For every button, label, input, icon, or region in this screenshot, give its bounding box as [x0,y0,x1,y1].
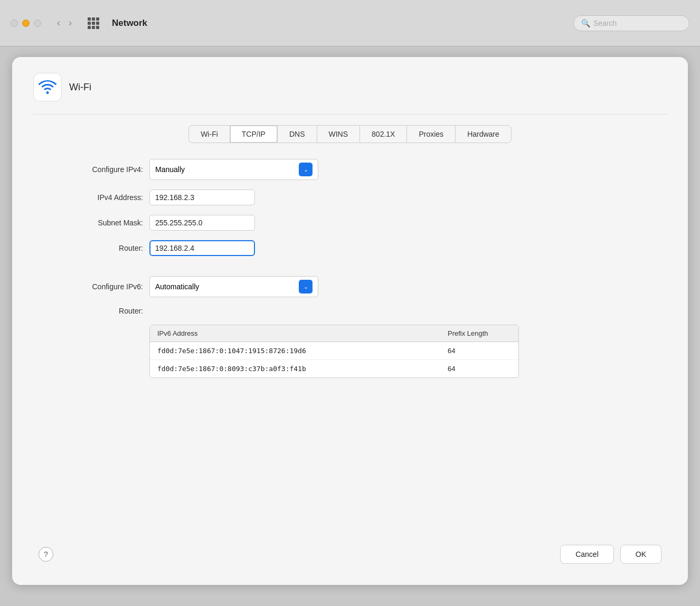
router-ipv6-label: Router: [44,307,149,315]
subnet-mask-label: Subnet Mask: [44,219,149,227]
tab-proxies[interactable]: Proxies [407,126,456,143]
configure-ipv6-control: Automatically ⌄ [149,276,318,297]
grid-icon[interactable] [88,17,99,29]
ipv4-address-control [149,190,255,205]
grid-dot [88,17,91,21]
back-button[interactable]: ‹ [54,15,63,31]
configure-ipv4-select[interactable]: Manually ⌄ [149,159,318,180]
forward-button[interactable]: › [65,15,75,31]
ipv4-address-label: IPv4 Address: [44,193,149,202]
grid-dot [96,26,99,29]
search-placeholder: Search [593,19,617,27]
configure-ipv4-value: Manually [155,165,185,174]
minimize-button[interactable] [22,20,30,27]
settings-panel: Wi-Fi Wi-Fi TCP/IP DNS WINS 802.1X Proxi… [12,57,688,585]
wifi-icon-box [33,73,62,101]
col-prefix-header: Prefix Length [448,329,511,337]
grid-dot [96,17,99,21]
cancel-button[interactable]: Cancel [560,545,614,564]
subnet-mask-row: Subnet Mask: [44,215,656,231]
tab-hardware[interactable]: Hardware [456,126,511,143]
select-arrow-ipv6-icon: ⌄ [299,280,313,293]
ipv6-table: IPv6 Address Prefix Length fd0d:7e5e:186… [149,325,519,378]
spacer [44,266,656,276]
tabs-bar: Wi-Fi TCP/IP DNS WINS 802.1X Proxies Har… [33,125,667,143]
router-ipv4-control [149,240,255,256]
ipv4-address-row: IPv4 Address: [44,190,656,205]
search-box[interactable]: 🔍 Search [573,15,689,31]
titlebar: ‹ › Network 🔍 Search [0,0,700,46]
ipv6-table-header: IPv6 Address Prefix Length [150,325,518,342]
tab-tcpip[interactable]: TCP/IP [230,126,278,143]
ipv6-table-wrap: IPv6 Address Prefix Length fd0d:7e5e:186… [149,325,656,378]
table-row: fd0d:7e5e:1867:0:8093:c37b:a0f3:f41b 64 [150,360,518,377]
subnet-mask-control [149,215,255,231]
configure-ipv4-control: Manually ⌄ [149,159,318,180]
close-button[interactable] [11,20,18,27]
tab-wins[interactable]: WINS [317,126,361,143]
wifi-label: Wi-Fi [69,82,91,93]
main-area: Wi-Fi Wi-Fi TCP/IP DNS WINS 802.1X Proxi… [0,46,700,606]
divider [33,114,667,115]
nav-buttons: ‹ › [54,15,75,31]
wifi-icon [38,78,57,97]
tab-8021x[interactable]: 802.1X [360,126,407,143]
settings-content: Configure IPv4: Manually ⌄ IPv4 Address: [33,159,667,534]
configure-ipv6-row: Configure IPv6: Automatically ⌄ [44,276,656,297]
col-address-header: IPv6 Address [157,329,448,337]
action-buttons: Cancel OK [560,545,661,564]
grid-dot [96,22,99,25]
router-ipv6-row: Router: [44,307,656,315]
select-arrow-icon: ⌄ [299,163,313,176]
search-icon: 🔍 [581,19,590,27]
prefix-length-1: 64 [448,347,511,355]
help-button[interactable]: ? [39,547,53,562]
bottom-bar: ? Cancel OK [33,534,667,569]
ipv6-address-2: fd0d:7e5e:1867:0:8093:c37b:a0f3:f41b [157,365,448,373]
grid-dot [88,26,91,29]
configure-ipv6-label: Configure IPv6: [44,282,149,291]
traffic-lights [11,20,41,27]
grid-dot [92,26,95,29]
ok-button[interactable]: OK [620,545,661,564]
tab-dns[interactable]: DNS [278,126,317,143]
router-ipv4-label: Router: [44,244,149,252]
configure-ipv4-label: Configure IPv4: [44,165,149,174]
ipv4-address-input[interactable] [149,190,255,205]
table-row: fd0d:7e5e:1867:0:1047:1915:8726:19d6 64 [150,342,518,360]
configure-ipv6-select[interactable]: Automatically ⌄ [149,276,318,297]
grid-dot [88,22,91,25]
configure-ipv4-row: Configure IPv4: Manually ⌄ [44,159,656,180]
prefix-length-2: 64 [448,365,511,373]
subnet-mask-input[interactable] [149,215,255,231]
ipv6-address-1: fd0d:7e5e:1867:0:1047:1915:8726:19d6 [157,347,448,355]
grid-dot [92,17,95,21]
configure-ipv6-value: Automatically [155,282,199,291]
wifi-header: Wi-Fi [33,73,667,101]
tab-container: Wi-Fi TCP/IP DNS WINS 802.1X Proxies Har… [188,125,512,143]
grid-dot [92,22,95,25]
window-title: Network [112,18,565,29]
maximize-button[interactable] [34,20,41,27]
router-ipv4-input[interactable] [149,240,255,256]
router-ipv4-row: Router: [44,240,656,256]
tab-wifi[interactable]: Wi-Fi [189,126,230,143]
